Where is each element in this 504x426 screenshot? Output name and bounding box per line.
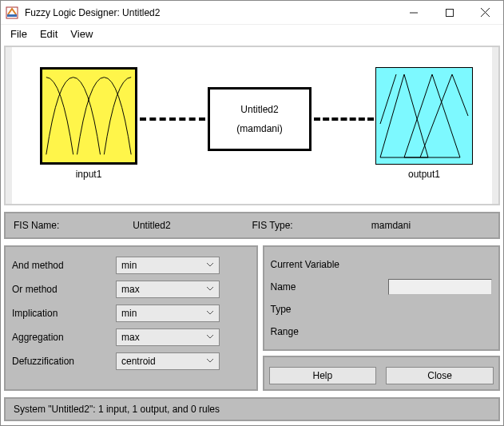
svg-rect-1 [7, 14, 17, 17]
window-title: Fuzzy Logic Designer: Untitled2 [23, 7, 395, 18]
close-window-button[interactable] [467, 1, 503, 24]
titlebar: Fuzzy Logic Designer: Untitled2 [1, 1, 503, 25]
fis-type-value: mamdani [371, 220, 490, 231]
fis-diagram: Untitled2 (mamdani) input1 output1 [12, 47, 492, 191]
input-label: input1 [40, 169, 137, 180]
system-type: (mamdani) [236, 123, 282, 134]
chevron-down-icon [206, 356, 214, 367]
button-panel: Help Close [263, 356, 501, 391]
fis-info-panel: FIS Name: Untitled2 FIS Type: mamdani [4, 212, 500, 239]
svg-rect-6 [42, 70, 135, 162]
chevron-down-icon [206, 332, 214, 343]
connection-line [314, 117, 374, 121]
minimize-button[interactable] [395, 1, 431, 24]
diagram-panel: Untitled2 (mamdani) input1 output1 [4, 46, 500, 205]
methods-panel: And method min Or method max Implication… [4, 245, 258, 391]
menubar: File Edit View [1, 25, 503, 42]
cv-name-input[interactable] [388, 279, 492, 295]
current-variable-panel: Current Variable Name Type Range [263, 245, 501, 351]
close-button[interactable]: Close [386, 367, 494, 384]
cv-range-label: Range [271, 326, 327, 337]
or-method-label: Or method [12, 284, 116, 295]
cv-name-label: Name [271, 281, 327, 293]
current-variable-heading: Current Variable [271, 259, 339, 270]
menu-view[interactable]: View [65, 26, 97, 42]
or-method-select[interactable]: max [116, 281, 220, 298]
output-block[interactable] [375, 67, 473, 165]
status-bar: System "Untitled2": 1 input, 1 output, a… [4, 397, 500, 421]
chevron-down-icon [206, 284, 214, 295]
system-block[interactable]: Untitled2 (mamdani) [208, 87, 312, 151]
connection-line [140, 117, 205, 121]
implication-label: Implication [12, 308, 116, 319]
defuzz-select[interactable]: centroid [116, 352, 220, 370]
help-button[interactable]: Help [269, 367, 377, 384]
app-icon [1, 6, 23, 19]
fis-name-label: FIS Name: [14, 220, 133, 231]
svg-rect-3 [446, 9, 453, 16]
input-block[interactable] [40, 67, 137, 165]
and-method-select[interactable]: min [116, 257, 220, 274]
fis-name-value: Untitled2 [133, 220, 252, 231]
aggregation-label: Aggregation [12, 332, 116, 343]
output-label: output1 [375, 169, 473, 180]
chevron-down-icon [206, 260, 214, 271]
window-controls [395, 1, 503, 24]
menu-edit[interactable]: Edit [35, 26, 62, 42]
and-method-label: And method [12, 260, 116, 271]
menu-file[interactable]: File [6, 26, 32, 42]
aggregation-select[interactable]: max [116, 328, 220, 346]
cv-type-label: Type [271, 304, 327, 315]
system-name: Untitled2 [240, 104, 278, 115]
defuzz-label: Defuzzification [12, 356, 116, 367]
fis-type-label: FIS Type: [252, 220, 371, 231]
implication-select[interactable]: min [116, 305, 220, 322]
maximize-button[interactable] [431, 1, 467, 24]
chevron-down-icon [206, 308, 214, 319]
app-window: Fuzzy Logic Designer: Untitled2 File Edi… [0, 0, 504, 426]
